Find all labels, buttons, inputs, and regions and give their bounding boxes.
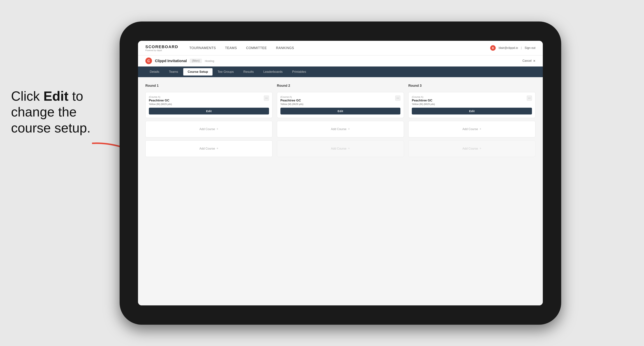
course-card-header-2: (Course A) Peachtree GC Yellow (M) (6629… [280, 96, 400, 105]
tab-printables[interactable]: Printables [288, 68, 310, 76]
add-course-text-5: Add Course + [462, 127, 481, 131]
tournament-info: C Clippd Invitational (Men) Hosting [145, 57, 214, 64]
nav-link-committee[interactable]: COMMITTEE [246, 46, 267, 50]
nav-link-rankings[interactable]: RANKINGS [276, 46, 294, 50]
tab-leaderboards[interactable]: Leaderboards [259, 68, 287, 76]
tablet-device: SCOREBOARD Powered by clippd TOURNAMENTS… [120, 21, 561, 325]
round-2-title: Round 2 [277, 84, 404, 88]
cancel-button[interactable]: Cancel ✕ [522, 59, 536, 63]
round-2-column: Round 2 (Course A) Peachtree GC Yellow (… [277, 84, 404, 157]
add-course-text-3: Add Course + [331, 127, 350, 131]
course-settings-icon-2[interactable]: ⋯ [395, 96, 400, 101]
nav-link-tournaments[interactable]: TOURNAMENTS [189, 46, 216, 50]
plus-icon: + [480, 127, 482, 131]
course-name-2: Peachtree GC [280, 99, 304, 102]
tournament-gender: (Men) [190, 59, 202, 63]
sub-header: C Clippd Invitational (Men) Hosting Canc… [138, 55, 543, 66]
round-1-course-card: (Course A) Peachtree GC Yellow (M) (6629… [145, 92, 272, 118]
nav-link-teams[interactable]: TEAMS [225, 46, 237, 50]
course-info-3: (Course A) Peachtree GC Yellow (M) (6629… [412, 96, 435, 105]
round-3-edit-button[interactable]: Edit [412, 108, 532, 115]
course-settings-icon-3[interactable]: ⋯ [527, 96, 532, 101]
course-details-2: Yellow (M) (6629 yds) [280, 103, 304, 105]
nav-left: SCOREBOARD Powered by clippd TOURNAMENTS… [145, 44, 294, 51]
tab-bar: Details Teams Course Setup Tee Groups Re… [138, 66, 543, 77]
avatar: B [490, 45, 496, 51]
course-actions-2: ⋯ [395, 96, 400, 101]
round-3-add-course-2: Add Course + [408, 140, 536, 157]
course-info: (Course A) Peachtree GC Yellow (M) (6629… [149, 96, 172, 105]
tournament-name: Clippd Invitational [155, 59, 187, 63]
close-icon: ✕ [533, 59, 536, 63]
round-1-add-course-2[interactable]: Add Course + [145, 140, 272, 157]
course-label-3: (Course A) [412, 96, 435, 98]
course-details: Yellow (M) (6629 yds) [149, 103, 172, 105]
annotation-bold: Edit [44, 89, 68, 103]
clippd-logo: C [145, 57, 152, 64]
round-1-add-course-1[interactable]: Add Course + [145, 121, 272, 138]
nav-links: TOURNAMENTS TEAMS COMMITTEE RANKINGS [189, 46, 294, 50]
logo-subtitle: Powered by clippd [145, 49, 178, 51]
course-settings-icon[interactable]: ⋯ [264, 96, 269, 101]
course-details-3: Yellow (M) (6629 yds) [412, 103, 435, 105]
rounds-grid: Round 1 (Course A) Peachtree GC Yellow (… [145, 84, 536, 157]
hosting-badge: Hosting [205, 59, 214, 62]
user-email: blair@clippd.io [499, 46, 518, 50]
course-info-2: (Course A) Peachtree GC Yellow (M) (6629… [280, 96, 304, 105]
round-2-edit-button[interactable]: Edit [280, 108, 400, 115]
tab-teams[interactable]: Teams [164, 68, 182, 76]
tab-details[interactable]: Details [145, 68, 164, 76]
main-content: Round 1 (Course A) Peachtree GC Yellow (… [138, 77, 543, 305]
course-label: (Course A) [149, 96, 172, 98]
tab-course-setup[interactable]: Course Setup [183, 68, 212, 76]
tab-results[interactable]: Results [239, 68, 258, 76]
round-2-add-course-2: Add Course + [277, 140, 404, 157]
top-nav: SCOREBOARD Powered by clippd TOURNAMENTS… [138, 41, 543, 55]
scoreboard-logo: SCOREBOARD Powered by clippd [145, 44, 178, 51]
logo-title: SCOREBOARD [145, 44, 178, 49]
round-3-title: Round 3 [408, 84, 536, 88]
round-2-add-course-1[interactable]: Add Course + [277, 121, 404, 138]
add-course-text-1: Add Course + [200, 127, 218, 131]
course-name: Peachtree GC [149, 99, 172, 102]
course-actions: ⋯ [264, 96, 269, 101]
add-course-text-2: Add Course + [200, 147, 218, 151]
add-course-text-6: Add Course + [462, 147, 481, 151]
separator: | [521, 46, 522, 50]
course-label-2: (Course A) [280, 96, 304, 98]
plus-icon: + [216, 147, 218, 151]
round-2-course-card: (Course A) Peachtree GC Yellow (M) (6629… [277, 92, 404, 118]
nav-right: B blair@clippd.io | Sign out [490, 45, 536, 51]
course-actions-3: ⋯ [527, 96, 532, 101]
round-3-course-card: (Course A) Peachtree GC Yellow (M) (6629… [408, 92, 536, 118]
round-1-edit-button[interactable]: Edit [149, 108, 269, 115]
round-3-add-course-1[interactable]: Add Course + [408, 121, 536, 138]
course-card-header-3: (Course A) Peachtree GC Yellow (M) (6629… [412, 96, 532, 105]
sign-out-link[interactable]: Sign out [524, 46, 536, 50]
round-1-title: Round 1 [145, 84, 272, 88]
round-1-column: Round 1 (Course A) Peachtree GC Yellow (… [145, 84, 272, 157]
plus-icon: + [348, 147, 350, 151]
tab-tee-groups[interactable]: Tee Groups [213, 68, 238, 76]
tablet-screen: SCOREBOARD Powered by clippd TOURNAMENTS… [138, 41, 543, 305]
round-3-column: Round 3 (Course A) Peachtree GC Yellow (… [408, 84, 536, 157]
cancel-label: Cancel [522, 59, 532, 62]
plus-icon: + [480, 147, 482, 151]
plus-icon: + [348, 127, 350, 131]
plus-icon: + [216, 127, 218, 131]
course-name-3: Peachtree GC [412, 99, 435, 102]
course-card-header: (Course A) Peachtree GC Yellow (M) (6629… [149, 96, 269, 105]
add-course-text-4: Add Course + [331, 147, 350, 151]
annotation-text: Click Edit to change the course setup. [11, 88, 90, 136]
